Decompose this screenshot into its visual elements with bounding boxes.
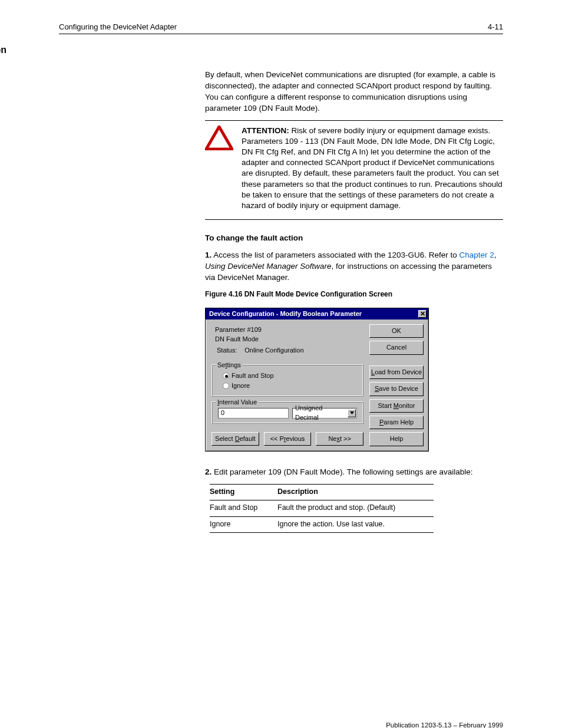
chevron-down-icon[interactable] xyxy=(348,409,356,417)
step-1: 1. Access the list of parameters associa… xyxy=(205,250,503,284)
start-monitor-button[interactable]: Start Monitor xyxy=(369,399,424,413)
dialog-title: Device Configuration - Modify Boolean Pa… xyxy=(209,309,362,318)
attention-icon xyxy=(205,126,233,154)
step-1-before: Access the list of parameters associated… xyxy=(213,251,459,259)
radio-fault-stop-label: Fault and Stop xyxy=(232,371,274,380)
radio-ignore[interactable]: Ignore xyxy=(223,381,357,391)
header-chapter: Configuring the DeviceNet Adapter xyxy=(59,22,177,31)
cell-description: Fault the product and stop. (Default) xyxy=(277,500,434,517)
load-from-device-button[interactable]: Load from Device xyxy=(369,365,424,379)
radio-icon xyxy=(223,383,229,389)
format-select[interactable]: Unsigned Decimal xyxy=(292,408,357,419)
radio-ignore-label: Ignore xyxy=(232,381,250,390)
dialog: Device Configuration - Modify Boolean Pa… xyxy=(205,308,429,452)
settings-group: Settings Fault and Stop Ignore xyxy=(211,364,363,397)
attention-bottom-rule xyxy=(205,219,503,220)
settings-legend: Settings xyxy=(216,361,243,370)
changing-heading: To change the fault action xyxy=(205,233,503,244)
table-row: Fault and Stop Fault the product and sto… xyxy=(210,500,434,517)
section-title: Setting the Fault Action xyxy=(0,45,6,55)
internal-value-field[interactable]: 0 xyxy=(218,408,289,419)
radio-icon xyxy=(223,373,229,379)
format-value: Unsigned Decimal xyxy=(295,404,348,422)
previous-button[interactable]: << Previous xyxy=(264,432,312,446)
step-2-body: Edit parameter 109 (DN Fault Mode). The … xyxy=(214,467,472,476)
internal-value-legend: Internal Value xyxy=(216,398,259,407)
cell-description: Ignore the action. Use last value. xyxy=(277,516,434,533)
cancel-button[interactable]: Cancel xyxy=(369,341,424,354)
intro-paragraph: By default, when DeviceNet communication… xyxy=(205,70,503,114)
cell-setting: Ignore xyxy=(210,516,277,533)
step-1-num: 1. xyxy=(205,251,211,259)
header-page: 4-11 xyxy=(488,22,503,31)
header-rule xyxy=(59,34,503,34)
th-description: Description xyxy=(277,484,434,500)
cell-setting: Fault and Stop xyxy=(210,500,277,517)
param-name: DN Fault Mode xyxy=(215,335,363,344)
step-1-emph: Using DeviceNet Manager Software xyxy=(205,262,332,271)
dialog-info: Parameter #109 DN Fault Mode Status: Onl… xyxy=(210,324,365,361)
select-default-button[interactable]: Select Default xyxy=(211,432,259,446)
table-row: Ignore Ignore the action. Use last value… xyxy=(210,516,434,533)
figure-caption: Figure 4.16 DN Fault Mode Device Configu… xyxy=(205,289,503,299)
step-2: 2. Edit parameter 109 (DN Fault Mode). T… xyxy=(205,467,503,478)
step-1-mid: , xyxy=(494,251,497,259)
th-setting: Setting xyxy=(210,484,277,500)
param-help-button[interactable]: Param Help xyxy=(369,416,424,429)
next-button[interactable]: Next >> xyxy=(316,432,363,446)
save-to-device-button[interactable]: Save to Device xyxy=(369,382,424,396)
settings-table: Setting Description Fault and Stop Fault… xyxy=(210,484,434,533)
attention-label: ATTENTION: xyxy=(242,126,289,135)
step-2-num: 2. xyxy=(205,467,211,476)
attention-body: Risk of severe bodily injury or equipmen… xyxy=(242,126,503,210)
status-value: Online Configuration xyxy=(244,345,304,356)
dialog-titlebar[interactable]: Device Configuration - Modify Boolean Pa… xyxy=(206,308,428,319)
attention-text: ATTENTION: Risk of severe bodily injury … xyxy=(242,126,503,212)
param-num: Parameter #109 xyxy=(215,325,363,335)
footer-publication: Publication 1203-5.13 – February 1999 xyxy=(59,722,503,728)
close-icon[interactable]: ✕ xyxy=(418,310,427,318)
help-button[interactable]: Help xyxy=(369,432,424,446)
status-label: Status: xyxy=(216,345,243,356)
internal-value-group: Internal Value 0 Unsigned Decimal xyxy=(211,401,363,424)
chapter-link[interactable]: Chapter 2 xyxy=(459,251,494,259)
ok-button[interactable]: OK xyxy=(369,324,424,338)
radio-fault-stop[interactable]: Fault and Stop xyxy=(223,371,357,381)
